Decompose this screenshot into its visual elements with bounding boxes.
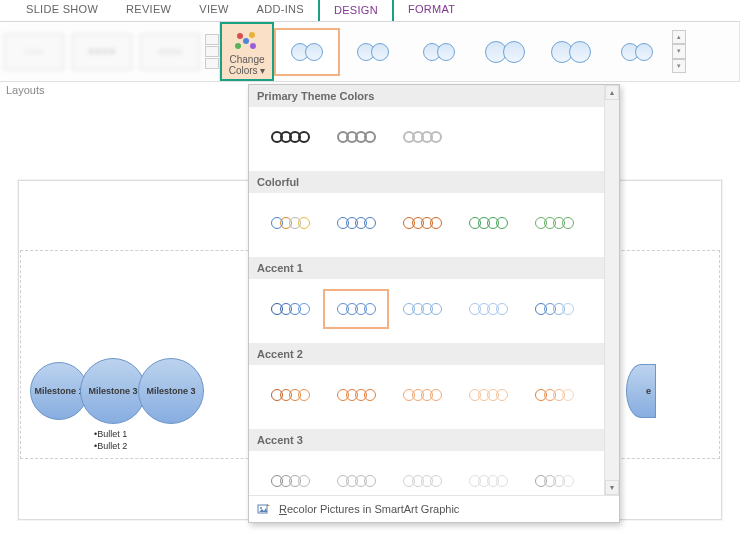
styles-gallery-spinner[interactable]: ▴▾▾: [672, 26, 686, 77]
change-colors-label: ChangeColors ▾: [229, 54, 266, 76]
tab-review[interactable]: REVIEW: [112, 0, 185, 21]
style-thumb-4[interactable]: [472, 28, 538, 76]
tab-view[interactable]: VIEW: [185, 0, 242, 21]
picture-icon: [257, 502, 271, 516]
tab-format[interactable]: FORMAT: [394, 0, 469, 21]
color-variation-thumb[interactable]: [323, 203, 389, 243]
smartart-milestones[interactable]: Milestone 1 Milestone 3 Milestone 3: [30, 358, 204, 424]
smartart-bullets: •Bullet 1 •Bullet 2: [94, 428, 127, 452]
style-thumb-3[interactable]: [406, 28, 472, 76]
color-variation-thumb[interactable]: [323, 375, 389, 415]
color-variation-thumb[interactable]: [257, 375, 323, 415]
color-variation-thumb[interactable]: [257, 461, 323, 495]
color-variation-thumb[interactable]: [455, 289, 521, 329]
scroll-down-arrow-icon[interactable]: ▾: [605, 480, 619, 495]
color-variation-thumb[interactable]: [323, 117, 389, 157]
layouts-gallery-spinner[interactable]: [205, 34, 219, 69]
scroll-up-arrow-icon[interactable]: ▴: [605, 85, 619, 100]
color-variation-thumb[interactable]: [455, 203, 521, 243]
dd-section-colorful: Colorful: [249, 171, 619, 193]
layouts-gallery[interactable]: ○○○○ ≋≋≋≋ ◇◇◇◇: [0, 22, 220, 81]
color-variation-thumb[interactable]: [257, 117, 323, 157]
change-colors-dropdown: ▴ ▾ Primary Theme Colors Colorful Accent…: [248, 84, 620, 523]
color-variation-thumb[interactable]: [323, 289, 389, 329]
bullet-item: •Bullet 1: [94, 428, 127, 440]
color-variation-thumb[interactable]: [521, 375, 587, 415]
dd-section-accent2: Accent 2: [249, 343, 619, 365]
color-variation-thumb[interactable]: [455, 461, 521, 495]
tab-design[interactable]: DESIGN: [318, 0, 394, 21]
svg-point-1: [260, 507, 262, 509]
milestone-node[interactable]: Milestone 3: [80, 358, 146, 424]
dropdown-scrollbar[interactable]: ▴ ▾: [604, 85, 619, 495]
milestone-node[interactable]: Milestone 3: [138, 358, 204, 424]
milestone-node-peek[interactable]: e: [626, 364, 656, 418]
color-variation-thumb[interactable]: [389, 117, 455, 157]
color-variation-thumb[interactable]: [455, 375, 521, 415]
bullet-item: •Bullet 2: [94, 440, 127, 452]
change-colors-button[interactable]: ChangeColors ▾: [220, 22, 274, 81]
color-variation-thumb[interactable]: [257, 203, 323, 243]
dd-section-accent3: Accent 3: [249, 429, 619, 451]
color-variation-thumb[interactable]: [521, 203, 587, 243]
dd-section-accent1: Accent 1: [249, 257, 619, 279]
style-thumb-2[interactable]: [340, 28, 406, 76]
change-colors-icon: [235, 32, 259, 52]
color-variation-thumb[interactable]: [257, 289, 323, 329]
tab-addins[interactable]: ADD-INS: [243, 0, 318, 21]
color-variation-thumb[interactable]: [389, 203, 455, 243]
style-thumb-1[interactable]: [274, 28, 340, 76]
color-variation-thumb[interactable]: [389, 461, 455, 495]
ribbon-tab-strip: SLIDE SHOW REVIEW VIEW ADD-INS DESIGN FO…: [0, 0, 740, 22]
dd-section-primary: Primary Theme Colors: [249, 85, 619, 107]
color-variation-thumb[interactable]: [323, 461, 389, 495]
ribbon-content: ○○○○ ≋≋≋≋ ◇◇◇◇ ChangeColors ▾ ▴▾▾: [0, 22, 740, 82]
recolor-pictures-link[interactable]: Recolor Pictures in SmartArt Graphic: [249, 495, 619, 522]
layouts-group-label: Layouts: [6, 84, 45, 96]
style-thumb-6[interactable]: [604, 28, 670, 76]
color-variation-thumb[interactable]: [389, 289, 455, 329]
smartart-styles-gallery: ▴▾▾: [274, 22, 740, 81]
color-variation-thumb[interactable]: [389, 375, 455, 415]
tab-slideshow[interactable]: SLIDE SHOW: [12, 0, 112, 21]
color-variation-thumb[interactable]: [521, 289, 587, 329]
style-thumb-5[interactable]: [538, 28, 604, 76]
color-variation-thumb[interactable]: [521, 461, 587, 495]
